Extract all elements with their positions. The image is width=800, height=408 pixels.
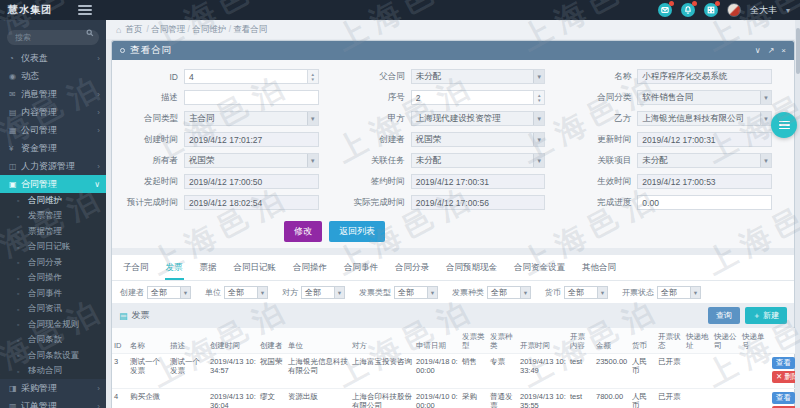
bullet-icon: ▫ [17,244,28,251]
tab-合同日记账[interactable]: 合同日记账 [233,260,278,280]
content-icon: ▤ [9,108,21,117]
sidebar-item-label: 消息管理 [21,88,97,101]
create-button[interactable]: ＋ 新建 [745,307,787,324]
dropdown-arrow-icon[interactable]: ▼ [760,154,771,167]
field-control-生效时间[interactable]: 2019/4/12 17:00:53 [637,174,772,189]
field-control-更新时间[interactable]: 2019/4/12 17:00:31 [637,132,772,147]
field-control-名称[interactable]: 小程序程序化交易系统 [637,69,772,84]
filter-select-发票类型[interactable]: 全部▼ [394,286,438,299]
tab-票据[interactable]: 票据 [199,260,218,280]
field-control-所有者[interactable]: 祝国荣▼ [184,153,319,168]
filter-select-创建者[interactable]: 全部▼ [147,286,191,299]
filter-select-单位[interactable]: 全部▼ [224,286,268,299]
vertical-scrollbar[interactable] [795,20,800,408]
sidebar-subitem[interactable]: ▫合同事件 [0,286,106,302]
sidebar-subitem[interactable]: ▫合同操作 [0,271,106,287]
sidebar-item-contract[interactable]: ▣合同管理∨ [0,175,106,193]
back-to-list-button[interactable]: 返回列表 [329,221,385,242]
sidebar-subitem[interactable]: ▫合同条款 [0,333,106,349]
tab-子合同[interactable]: 子合同 [122,260,150,280]
query-button[interactable]: 查询 [708,307,740,324]
filter-select-开票状态[interactable]: 全部▼ [657,286,701,299]
field-control-ID[interactable]: 4▲▼ [184,69,319,84]
field-control-实际完成时间[interactable]: 2019/4/12 17:00:56 [411,195,546,210]
field-control-完成进度[interactable]: 0.00 [637,195,772,210]
field-control-发起时间[interactable]: 2019/4/12 17:00:50 [184,174,319,189]
tasks-icon-button[interactable] [704,3,718,17]
dropdown-arrow-icon[interactable]: ▼ [533,112,544,125]
sidebar-subitem[interactable]: ▫合同分录 [0,255,106,271]
dropdown-arrow-icon[interactable]: ▼ [307,154,318,167]
tab-合同事件[interactable]: 合同事件 [343,260,379,280]
dropdown-arrow-icon[interactable]: ▼ [760,91,771,104]
sidebar-item-pulse[interactable]: ◉动态 [0,67,106,85]
field-control-序号[interactable]: 2▲▼ [411,90,546,105]
message-icon-button[interactable] [658,3,672,17]
dropdown-arrow-icon[interactable]: ▼ [533,154,544,167]
sidebar-subitem[interactable]: ▫票据管理 [0,224,106,240]
field-control-描述[interactable] [184,90,319,105]
field-control-乙方[interactable]: 上海银光信息科技有限公司▼ [637,111,772,126]
filter-select-对方[interactable]: 全部▼ [301,286,345,299]
field-control-合同分类[interactable]: 软件销售合同▼ [637,90,772,105]
filter-select-发票种类[interactable]: 全部▼ [487,286,531,299]
breadcrumb-item[interactable]: 查看合同 [233,24,267,34]
dropdown-arrow-icon[interactable]: ▼ [533,70,544,83]
dropdown-arrow-icon[interactable]: ▼ [760,112,771,125]
dropdown-arrow-icon[interactable]: ▼ [307,112,318,125]
breadcrumb-item[interactable]: 合同管理 [151,24,185,34]
field-control-关联项目[interactable]: 未分配▼ [637,153,772,168]
view-button[interactable]: 查看 [772,392,795,404]
field-control-父合同[interactable]: 未分配▼ [411,69,546,84]
dropdown-arrow-icon[interactable]: ▼ [533,133,544,146]
column-header-对方: 对方 [350,328,414,354]
sidebar-toggle-icon[interactable] [78,5,92,15]
user-menu-caret-icon[interactable]: ▾ [786,6,790,15]
field-control-创建者[interactable]: 祝国荣▼ [411,132,546,147]
sidebar-subitem[interactable]: ▫合同资讯 [0,302,106,318]
tab-发票[interactable]: 发票 [165,260,184,280]
field-control-甲方[interactable]: 上海现代建设投资管理▼ [411,111,546,126]
field-control-预计完成时间[interactable]: 2019/4/12 18:02:54 [184,195,319,210]
field-control-签约时间[interactable]: 2019/4/12 17:00:31 [411,174,546,189]
sidebar-subitem[interactable]: ▫移动合同 [0,364,106,380]
field-control-创建时间[interactable]: 2019/4/12 17:01:27 [184,132,319,147]
edit-button[interactable]: 修改 [284,221,322,242]
sidebar-item-mail[interactable]: ✉消息管理› [0,85,106,103]
stepper-arrows-icon[interactable]: ▲▼ [307,70,318,83]
scrollbar-thumb[interactable] [796,28,800,74]
view-button[interactable]: 查看 [772,357,795,369]
notification-icon-button[interactable] [681,3,695,17]
sidebar-subitem[interactable]: ▫发票管理 [0,209,106,225]
tab-合同操作[interactable]: 合同操作 [292,260,328,280]
sidebar-subitem[interactable]: ▫合同维护 [0,193,106,209]
field-control-合同类型[interactable]: 主合同▼ [184,111,319,126]
field-control-关联任务[interactable]: 未分配▼ [411,153,546,168]
tab-合同资金设置[interactable]: 合同资金设置 [513,260,566,280]
filter-select-货币[interactable]: 全部▼ [564,286,608,299]
sidebar-subitem[interactable]: ▫合同条款设置 [0,348,106,364]
close-icon[interactable]: × [781,46,786,55]
sidebar-item-dashboard[interactable]: ◔仪表盘› [0,49,106,67]
sidebar-item-order[interactable]: ▥订单管理› [0,397,106,408]
stepper-arrows-icon[interactable]: ▲▼ [533,91,544,104]
sidebar-subitem[interactable]: ▫合同日记账 [0,240,106,256]
expand-icon[interactable]: ↗ [768,46,775,55]
tab-其他合同[interactable]: 其他合同 [581,260,617,280]
filter-label: 货币 [545,287,564,298]
sidebar-item-people[interactable]: ◫人力资源管理› [0,157,106,175]
breadcrumb-item[interactable]: 合同维护 [192,24,226,34]
collapse-icon[interactable]: ∨ [755,46,761,55]
tab-合同预期现金[interactable]: 合同预期现金 [445,260,498,280]
sidebar-item-cart[interactable]: ◨采购管理› [0,379,106,397]
sidebar-item-company[interactable]: ▦公司管理› [0,121,106,139]
field-乙方: 乙方上海银光信息科技有限公司▼ [565,111,792,126]
floating-menu-button[interactable] [771,112,797,138]
sidebar-subitem[interactable]: ▫合同现金规则 [0,317,106,333]
sidebar-item-content[interactable]: ▤内容管理› [0,103,106,121]
tab-合同分录[interactable]: 合同分录 [394,260,430,280]
sidebar-item-money[interactable]: ¥资金管理 [0,139,106,157]
user-avatar[interactable] [727,3,741,17]
user-name[interactable]: 全大丰 [750,4,777,17]
breadcrumb-home[interactable]: 首页 [125,24,142,36]
